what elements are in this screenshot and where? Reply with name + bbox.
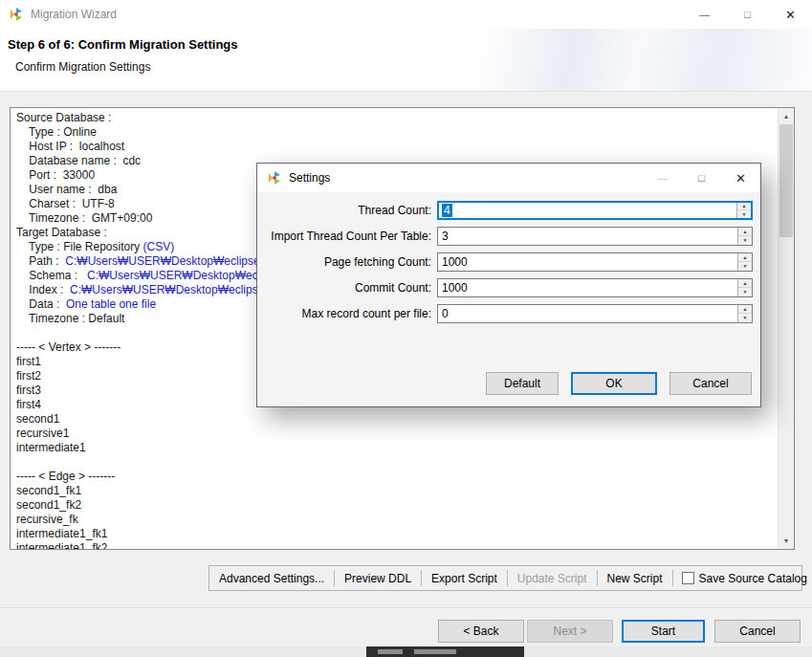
settings-maximize-button[interactable]: □ xyxy=(682,164,721,192)
settings-row: Page fetching Count:1000▲▼ xyxy=(265,252,753,272)
console-text-segment: first4 xyxy=(16,398,41,411)
vertical-scrollbar[interactable]: ▲ ▼ xyxy=(778,108,794,549)
page-fetching-count-input[interactable]: 1000▲▼ xyxy=(437,252,753,272)
new-script-button[interactable]: New Script xyxy=(598,566,672,590)
console-line: second1 xyxy=(16,412,776,427)
spinner-up-button[interactable]: ▲ xyxy=(738,253,752,262)
console-text-segment: first3 xyxy=(16,383,41,397)
scrollbar-up-button[interactable]: ▲ xyxy=(779,108,794,124)
console-text-segment: Type : File Repository xyxy=(16,240,143,253)
field-value: 0 xyxy=(442,307,449,320)
spinner-down-button[interactable]: ▼ xyxy=(738,287,752,296)
spinner-up-button[interactable]: ▲ xyxy=(737,203,751,210)
maximize-icon: □ xyxy=(698,172,705,184)
migration-wizard-icon xyxy=(9,7,24,22)
minimize-button[interactable]: — xyxy=(683,0,726,29)
checkbox-unchecked-icon xyxy=(682,572,694,584)
console-link[interactable]: C:₩Users₩USER₩Desktop₩eclipse_h xyxy=(65,254,273,268)
export-script-button[interactable]: Export Script xyxy=(422,566,507,590)
console-text-segment: Port : 33000 xyxy=(16,168,95,182)
console-link[interactable]: One table one file xyxy=(66,297,156,311)
settings-dialog-title: Settings xyxy=(289,171,330,185)
max-record-count-per-file-label: Max record count per file: xyxy=(265,307,437,320)
import-thread-count-per-table-input[interactable]: 3▲▼ xyxy=(437,227,753,246)
thread-count-input[interactable]: 4▲▼ xyxy=(437,201,753,220)
console-text-segment: Database name : cdc xyxy=(16,154,141,167)
console-text-segment xyxy=(16,326,19,339)
minimize-icon: — xyxy=(657,172,668,184)
spinner-down-button[interactable]: ▼ xyxy=(738,313,752,322)
page-fetching-count-label: Page fetching Count: xyxy=(265,255,437,269)
wizard-header: Step 6 of 6: Confirm Migration Settings … xyxy=(0,29,812,92)
console-text-segment: first2 xyxy=(16,369,41,383)
import-thread-count-per-table-label: Import Thread Count Per Table: xyxy=(265,230,437,243)
field-value: 1000 xyxy=(442,255,468,269)
console-line: intermediate1_fk1 xyxy=(16,527,776,541)
advanced-settings-button[interactable]: Advanced Settings... xyxy=(209,566,334,590)
spinner-up-button[interactable]: ▲ xyxy=(738,228,752,236)
spinner-up-button[interactable]: ▲ xyxy=(738,305,752,314)
console-line: ----- < Edge > ------- xyxy=(16,470,776,484)
console-link[interactable]: C:₩Users₩USER₩Desktop₩eclip xyxy=(87,269,270,282)
ok-button[interactable]: OK xyxy=(571,372,657,395)
console-text-segment: first1 xyxy=(16,355,41,368)
settings-close-button[interactable]: ✕ xyxy=(721,164,760,192)
spinner-down-button[interactable]: ▼ xyxy=(738,261,752,271)
default-button[interactable]: Default xyxy=(486,372,559,395)
scrollbar-down-button[interactable]: ▼ xyxy=(779,533,794,549)
max-record-count-per-file-input[interactable]: 0▲▼ xyxy=(437,304,753,323)
maximize-button[interactable]: □ xyxy=(726,0,769,29)
scrollbar-thumb[interactable] xyxy=(779,124,793,237)
console-text-segment: Index : xyxy=(16,283,70,296)
console-text-segment: ----- < Edge > ------- xyxy=(16,470,115,483)
console-link[interactable]: (CSV) xyxy=(143,240,175,253)
settings-dialog-titlebar[interactable]: Settings — □ ✕ xyxy=(257,164,760,192)
taskbar-fragment xyxy=(0,646,812,657)
console-text-segment: second1_fk2 xyxy=(16,498,81,512)
footer-separator xyxy=(0,607,812,608)
spinner-control: ▲▼ xyxy=(737,305,752,322)
settings-dialog-controls: — □ ✕ xyxy=(643,164,760,192)
back-button[interactable]: < Back xyxy=(438,620,524,643)
thread-count-label: Thread Count: xyxy=(265,204,437,217)
window-title: Migration Wizard xyxy=(31,8,117,21)
spinner-down-button[interactable]: ▼ xyxy=(737,209,751,218)
migration-wizard-window: Migration Wizard — □ ✕ Step 6 of 6: Conf… xyxy=(0,0,812,657)
scrollbar-down-icon: ▼ xyxy=(783,537,790,544)
console-line: intermediate1_fk2 xyxy=(16,541,776,549)
console-line: recursive_fk xyxy=(16,513,776,527)
spinner-control: ▲▼ xyxy=(737,279,752,296)
field-value: 3 xyxy=(442,230,449,243)
console-text-segment: ----- < Vertex > ------- xyxy=(16,340,121,354)
save-source-catalog-checkbox[interactable]: Save Source Catalog xyxy=(673,572,812,585)
taskbar-blur-mark xyxy=(414,649,456,654)
commit-count-input[interactable]: 1000▲▼ xyxy=(437,278,753,297)
maximize-icon: □ xyxy=(744,9,751,20)
settings-row: Thread Count:4▲▼ xyxy=(265,200,753,220)
window-controls: — □ ✕ xyxy=(683,0,812,29)
spinner-up-button[interactable]: ▲ xyxy=(738,279,752,288)
console-line: Host IP : localhost xyxy=(16,140,776,154)
spinner-down-button[interactable]: ▼ xyxy=(738,235,752,245)
preview-ddl-button[interactable]: Preview DDL xyxy=(335,566,421,590)
console-text-segment: Timezone : Default xyxy=(16,312,124,325)
taskbar-item xyxy=(366,646,524,657)
console-line: second1_fk1 xyxy=(16,484,776,498)
console-text-segment: recursive1 xyxy=(16,427,69,440)
console-text-segment: recursive_fk xyxy=(16,513,78,526)
close-icon: ✕ xyxy=(735,171,746,186)
console-text-segment: intermediate1_fk2 xyxy=(16,541,107,549)
titlebar[interactable]: Migration Wizard — □ ✕ xyxy=(0,0,812,29)
console-link[interactable]: C:₩Users₩USER₩Desktop₩eclipse_ xyxy=(70,283,271,296)
console-line: second1_fk2 xyxy=(16,498,776,513)
start-button[interactable]: Start xyxy=(622,620,705,643)
cancel-button[interactable]: Cancel xyxy=(669,372,752,395)
console-text-segment: Path : xyxy=(16,254,65,268)
console-text-segment: Target Database : xyxy=(16,226,110,239)
cancel-button[interactable]: Cancel xyxy=(714,620,801,643)
console-text-segment: Source Database : xyxy=(16,111,115,124)
save-source-catalog-label: Save Source Catalog xyxy=(699,572,807,585)
close-button[interactable]: ✕ xyxy=(769,0,812,29)
console-text-segment: Host IP : localhost xyxy=(16,140,124,153)
console-text-segment: intermediate1 xyxy=(16,441,86,454)
